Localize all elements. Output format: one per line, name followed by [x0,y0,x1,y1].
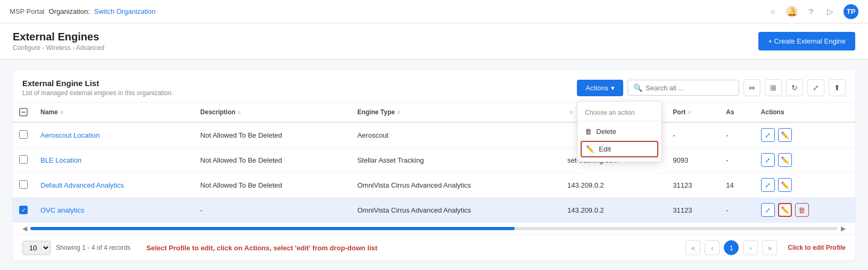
search-box: 🔍 [627,80,739,96]
header-checkbox[interactable] [19,108,28,116]
row3-checkbox-cell[interactable] [13,173,34,198]
row4-actions-cell: ⤢ ✏️ 🗑 [755,198,855,223]
row4-edit-icon[interactable]: ✏️ [778,203,792,217]
row1-as-cell: - [720,122,754,148]
row2-name-cell: BLE Location [34,148,194,173]
col-desc-filter-icon[interactable]: ≡ [237,109,241,115]
col-port-filter-icon[interactable]: ≡ [688,109,691,115]
refresh-button[interactable]: ↻ [786,79,803,96]
col-name-filter-icon[interactable]: ≡ [60,109,63,115]
col-header-name[interactable]: Name ≡ [34,103,194,122]
table-title-area: External Engine List List of managed ext… [22,79,173,97]
nav-right: ○ 🔔 ? ▷ TP [767,4,858,19]
dropdown-edit-item[interactable]: ✏️ Edit [581,141,658,157]
search-input[interactable] [646,84,733,92]
row1-expand-icon[interactable]: ⤢ [761,128,775,142]
scroll-track[interactable] [30,227,838,230]
col-engine-filter-icon[interactable]: ≡ [397,109,400,115]
switch-org-link[interactable]: Switch Organization [94,7,156,15]
row4-delete-icon[interactable]: 🗑 [795,203,809,217]
search-magnifier-icon: 🔍 [633,83,642,92]
create-external-engine-button[interactable]: + Create External Engine [758,32,855,50]
row1-checkbox-cell[interactable] [13,122,34,148]
row3-engine-type: OmniVista Cirrus Advanced Analytics [357,181,471,189]
page-1-button[interactable]: 1 [724,240,739,255]
row3-as: 14 [726,181,733,189]
col-header-description[interactable]: Description ≡ [194,103,351,122]
columns-fit-button[interactable]: ⇔ [743,79,760,96]
row1-checkbox[interactable] [19,130,28,139]
row1-actions-cell: ⤢ ✏️ [755,122,855,148]
row4-address-cell: 143.209.0.2 [561,198,666,223]
row3-as-cell: 14 [720,173,754,198]
help-icon[interactable]: ? [805,6,817,18]
search-icon[interactable]: ○ [767,6,779,18]
row3-name[interactable]: Default Advanced Analytics [40,181,124,189]
scroll-left-arrow[interactable]: ◀ [22,225,27,232]
row3-desc-cell: Not Allowed To Be Deleted [194,173,351,198]
page-header-left: External Engines Configure - Wireless - … [13,31,104,52]
col-header-port[interactable]: Port ≡ [666,103,720,122]
table-row: Default Advanced Analytics Not Allowed T… [13,173,855,198]
main-content: External Engine List List of managed ext… [0,60,868,270]
delete-icon: 🗑 [585,128,592,136]
row2-description: Not Allowed To Be Deleted [200,156,282,164]
row3-checkbox[interactable] [19,180,28,189]
row1-engine-type: Aeroscout [357,131,388,139]
grid-view-button[interactable]: ⊞ [765,79,782,96]
bell-icon[interactable]: 🔔 [786,6,798,18]
page-next-next-button[interactable]: » [762,240,777,255]
row1-edit-icon[interactable]: ✏️ [778,128,792,142]
row2-port: 9093 [673,156,688,164]
scroll-thumb[interactable] [30,227,515,230]
table-title: External Engine List [22,79,173,88]
table-actions-right: Actions ▾ Choose an action 🗑 Delete ✏️ E… [577,79,846,96]
annotation-bottom: Select Profile to edit, click on Actions… [146,244,377,252]
row4-port-cell: 31123 [666,198,720,223]
records-count: Showing 1 - 4 of 4 records [56,244,130,251]
col-header-as[interactable]: As [720,103,754,122]
expand-button[interactable]: ⤢ [807,79,824,96]
row4-checkbox[interactable]: ✓ [19,206,28,214]
page-size-select[interactable]: 10 25 50 [22,241,51,255]
row1-name[interactable]: Aeroscout Location [40,131,100,139]
row3-expand-icon[interactable]: ⤢ [761,178,775,192]
row2-desc-cell: Not Allowed To Be Deleted [194,148,351,173]
actions-button[interactable]: Actions ▾ [577,80,623,96]
row2-port-cell: 9093 [666,148,720,173]
col-description-label: Description [200,108,235,116]
play-icon[interactable]: ▷ [824,6,836,18]
table-section: External Engine List List of managed ext… [13,70,855,260]
page-prev-button[interactable]: ‹ [705,240,720,255]
row4-expand-icon[interactable]: ⤢ [761,203,775,217]
col-header-checkbox[interactable] [13,103,34,122]
edit-label: Edit [599,145,610,153]
row1-engine-cell: Aeroscout [351,122,561,148]
dropdown-delete-item[interactable]: 🗑 Delete [577,123,662,140]
actions-dropdown-menu: Choose an action 🗑 Delete ✏️ Edit [577,101,662,162]
col-as-label: As [726,108,734,116]
edit-icon: ✏️ [586,145,594,153]
row2-edit-icon[interactable]: ✏️ [778,153,792,167]
table-footer: 10 25 50 Showing 1 - 4 of 4 records Sele… [13,234,855,260]
page-prev-prev-button[interactable]: « [685,240,700,255]
row4-as: - [726,206,728,214]
row2-engine-cell: Stellar Asset Tracking [351,148,561,173]
col-port-label: Port [673,108,685,116]
scroll-right-arrow[interactable]: ▶ [841,225,846,232]
row3-actions-cell: ⤢ ✏️ [755,173,855,198]
col-address-filter-icon[interactable]: ≡ [569,109,573,115]
avatar[interactable]: TP [844,4,858,19]
row4-checkbox-cell[interactable]: ✓ [13,198,34,223]
row2-as: - [726,156,728,164]
row2-name[interactable]: BLE Location [40,156,81,164]
row3-edit-icon[interactable]: ✏️ [778,178,792,192]
horizontal-scrollbar[interactable]: ◀ ▶ [13,223,855,234]
col-header-engine-type[interactable]: Engine Type ≡ [351,103,561,122]
row4-name[interactable]: OVC analytics [40,206,84,214]
upload-button[interactable]: ⬆ [829,79,846,96]
row2-checkbox[interactable] [19,155,28,164]
row2-expand-icon[interactable]: ⤢ [761,153,775,167]
row2-checkbox-cell[interactable] [13,148,34,173]
page-next-button[interactable]: › [743,240,758,255]
